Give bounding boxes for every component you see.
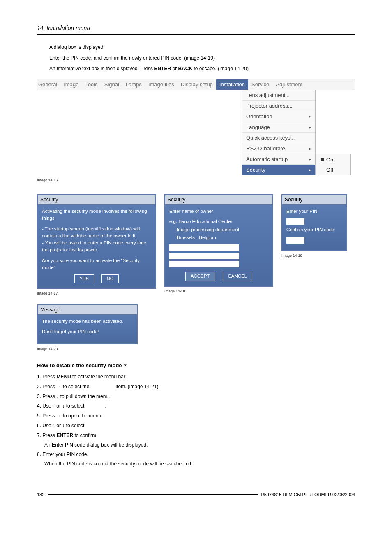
footer-line bbox=[48, 494, 257, 495]
dialog-title: Security bbox=[165, 195, 272, 205]
ref: image 14-20 bbox=[219, 66, 247, 71]
menubar: General Image Tools Signal Lamps Image f… bbox=[37, 79, 355, 90]
back-key: BACK bbox=[178, 66, 192, 71]
page-number: 132 bbox=[37, 492, 44, 497]
chevron-right-icon: ▸ bbox=[309, 168, 311, 172]
dd-lens-adjustment[interactable]: Lens adjustment... bbox=[242, 90, 315, 101]
text: Activating the security mode involves th… bbox=[42, 208, 151, 222]
menu-screenshot: General Image Tools Signal Lamps Image f… bbox=[37, 79, 355, 175]
text: Don't forget your PIN code! bbox=[42, 328, 133, 335]
menu-installation[interactable]: Installation bbox=[216, 79, 248, 90]
text: Brussels - Belgium bbox=[177, 234, 268, 241]
security-submenu: On Off bbox=[316, 154, 351, 175]
step-6: Use ↑ or ↓ to select Off bbox=[37, 422, 355, 429]
owner-input-1[interactable] bbox=[169, 244, 239, 251]
dd-projector-address[interactable]: Projector address... bbox=[242, 101, 315, 111]
enter-key: ENTER bbox=[154, 66, 171, 71]
intro-line-1: A dialog box is displayed. bbox=[49, 44, 355, 51]
square-icon bbox=[321, 158, 324, 161]
cancel-button[interactable]: CANCEL bbox=[223, 272, 253, 281]
chevron-right-icon: ▸ bbox=[309, 146, 311, 151]
owner-input-3[interactable] bbox=[169, 261, 239, 267]
chevron-right-icon: ▸ bbox=[309, 157, 311, 161]
dd-rs232[interactable]: RS232 baudrate▸ bbox=[242, 143, 315, 154]
ref: image 14-19 bbox=[186, 55, 213, 61]
text: Image processing department bbox=[177, 226, 268, 233]
intro-line-3: An informative text box is then displaye… bbox=[49, 65, 355, 72]
label: Quick access keys... bbox=[246, 135, 295, 141]
label: Off bbox=[326, 167, 333, 173]
label: Security bbox=[246, 167, 265, 173]
owner-input-2[interactable] bbox=[169, 253, 239, 259]
step-5: Press → to open the menu. bbox=[37, 412, 355, 419]
label: Projector address... bbox=[246, 103, 293, 109]
menu-lamps[interactable]: Lamps bbox=[122, 79, 145, 90]
label: Language bbox=[246, 124, 270, 130]
menu-general[interactable]: General bbox=[37, 79, 60, 90]
text: e.g. Barco Educational Center bbox=[169, 218, 268, 225]
caption-14-18: Image 14-18 bbox=[164, 289, 273, 293]
chapter-title: 14. Installation menu bbox=[37, 25, 355, 31]
text: Enter the PIN code, and confirm the newl… bbox=[49, 55, 186, 61]
label: Automatic startup bbox=[246, 156, 288, 162]
dialog-title: Security bbox=[282, 195, 346, 205]
text: The security mode has been activated. bbox=[42, 318, 133, 325]
text: An informative text box is then displaye… bbox=[49, 66, 154, 71]
intro-text: A dialog box is displayed. Enter the PIN… bbox=[49, 44, 355, 72]
step-7-sub: An Enter PIN code dialog box will be dis… bbox=[44, 442, 355, 449]
pin-dialog: Security Enter your PIN: Confirm your PI… bbox=[281, 194, 347, 251]
dd-security[interactable]: Security▸ bbox=[242, 165, 315, 175]
text: Enter name of owner bbox=[169, 208, 268, 215]
menu-display-setup[interactable]: Display setup bbox=[178, 79, 216, 90]
label: On bbox=[326, 157, 333, 163]
message-dialog: Message The security mode has been activ… bbox=[37, 304, 138, 345]
pin-confirm-input[interactable] bbox=[286, 237, 304, 244]
label: Orientation bbox=[246, 113, 272, 120]
label: RS232 baudrate bbox=[246, 145, 285, 152]
menu-tools[interactable]: Tools bbox=[82, 79, 101, 90]
step-1: Press MENU to activate the menu bar. bbox=[37, 373, 355, 380]
dd-quick-access[interactable]: Quick access keys... bbox=[242, 133, 315, 143]
menu-adjustment[interactable]: Adjustment bbox=[272, 79, 306, 90]
text: Enter your PIN: bbox=[286, 208, 342, 215]
divider bbox=[37, 34, 355, 35]
dd-language[interactable]: Language▸ bbox=[242, 122, 315, 133]
caption-14-20: Image 14-20 bbox=[37, 347, 355, 351]
yes-button[interactable]: YES bbox=[74, 274, 94, 283]
submenu-off[interactable]: Off bbox=[316, 165, 350, 175]
step-8-sub: When the PIN code is correct the securit… bbox=[44, 461, 355, 467]
step-4: Use ↑ or ↓ to select Security . bbox=[37, 403, 355, 410]
menu-service[interactable]: Service bbox=[248, 79, 272, 90]
doc-id: R5976815 RLM G5I PERFORMER 02/06/2006 bbox=[261, 492, 355, 497]
step-8: Enter your PIN code. When the PIN code i… bbox=[37, 451, 355, 467]
installation-dropdown: Lens adjustment... Projector address... … bbox=[242, 90, 316, 175]
dd-auto-startup[interactable]: Automatic startup▸ bbox=[242, 154, 315, 165]
menu-signal[interactable]: Signal bbox=[101, 79, 122, 90]
caption-14-19: Image 14-19 bbox=[281, 253, 347, 258]
text: ) bbox=[213, 55, 215, 61]
text: to escape. ( bbox=[192, 66, 219, 71]
menu-image-files[interactable]: Image files bbox=[145, 79, 178, 90]
caption-14-16: Image 14-16 bbox=[37, 178, 355, 182]
dialog-title: Security bbox=[38, 195, 155, 205]
accept-button[interactable]: ACCEPT bbox=[185, 272, 215, 281]
text: Confirm your PIN code: bbox=[286, 226, 342, 233]
pin-input[interactable] bbox=[286, 218, 304, 225]
dialog-title: Message bbox=[38, 305, 137, 315]
step-2: Press → to select the Installation item.… bbox=[37, 383, 355, 390]
owner-name-dialog: Security Enter name of owner e.g. Barco … bbox=[164, 194, 273, 287]
step-7: Press ENTER to confirm An Enter PIN code… bbox=[37, 432, 355, 449]
page-footer: 132 R5976815 RLM G5I PERFORMER 02/06/200… bbox=[37, 492, 355, 497]
text: - The startup screen (identification win… bbox=[42, 226, 151, 254]
step-3: Press ↓ to pull down the menu. bbox=[37, 393, 355, 400]
submenu-on[interactable]: On bbox=[316, 154, 350, 165]
text: ) bbox=[247, 66, 249, 71]
menu-image[interactable]: Image bbox=[60, 79, 82, 90]
dd-orientation[interactable]: Orientation▸ bbox=[242, 111, 315, 122]
text: Are you sure you want to activate the "S… bbox=[42, 257, 151, 272]
chevron-right-icon: ▸ bbox=[309, 114, 311, 119]
caption-14-17: Image 14-17 bbox=[37, 291, 156, 295]
chevron-right-icon: ▸ bbox=[309, 125, 311, 129]
no-button[interactable]: NO bbox=[101, 274, 119, 283]
text: or bbox=[171, 66, 178, 71]
